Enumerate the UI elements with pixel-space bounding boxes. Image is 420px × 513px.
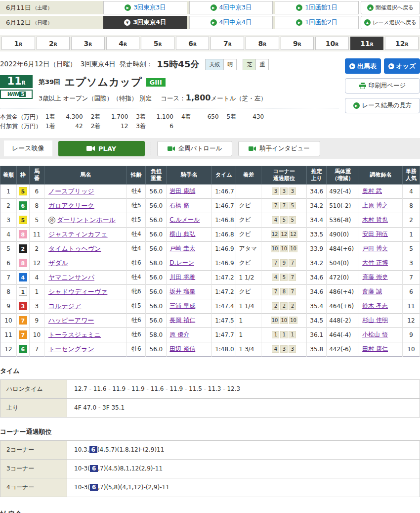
race-date-line: 2022年6月12日（日曜） 3回東京4日 発走時刻： 15時45分 天候 晴 … xyxy=(0,58,339,70)
trainer-name-link[interactable]: 安田 翔伍 xyxy=(362,231,388,237)
back-to-race-button[interactable]: ▲レース選択へ戻る xyxy=(361,16,420,29)
race-tab-11r[interactable]: 11R xyxy=(350,37,384,50)
margin: アタマ xyxy=(236,241,261,256)
horse-name-link[interactable]: ガロアクリーク xyxy=(48,202,94,209)
trainer-name-link[interactable]: 杉山 佳明 xyxy=(362,317,388,324)
jockey-name-link[interactable]: C.ルメール xyxy=(169,216,200,223)
race-tab-4r[interactable]: 4R xyxy=(106,37,140,50)
horse-name-link[interactable]: ダーリントンホール xyxy=(57,216,116,224)
day-meeting-link[interactable]: ▶3回東京3日 xyxy=(103,1,187,14)
finish-time: 1:46.7 xyxy=(212,184,236,198)
horse-name-link[interactable]: ハッピーアワー xyxy=(48,317,94,324)
race-header-main: 2022年6月12日（日曜） 3回東京4日 発走時刻： 15時45分 天候 晴 … xyxy=(0,58,339,131)
corner-order-row: 4コーナー10-3(6,7)(5,8)(4,1,12)-(2,9)-11 xyxy=(0,478,420,497)
horse-name-link[interactable]: トーラスジェミニ xyxy=(48,331,101,338)
race-tab-6r[interactable]: 6R xyxy=(176,37,210,50)
horse-name-link[interactable]: トーセングラン xyxy=(48,345,94,353)
race-tab-5r[interactable]: 5R xyxy=(141,37,174,50)
trainer-name-link[interactable]: 上原 博之 xyxy=(362,202,388,209)
jockey-name-link[interactable]: 川田 将雅 xyxy=(169,274,195,280)
jockey-name-link[interactable]: 横山 典弘 xyxy=(169,231,195,237)
trainer-name-link[interactable]: 田村 康仁 xyxy=(362,345,388,352)
finish-time: 1:46.8 xyxy=(212,213,236,227)
body-weight: 472(0) xyxy=(327,270,359,284)
horse-name-link[interactable]: ザダル xyxy=(48,259,68,267)
trainer-name-link[interactable]: 鈴木 孝志 xyxy=(362,302,388,309)
day-meeting-link[interactable]: ▶1回函館2日 xyxy=(275,16,359,29)
corner-positions: 101010 xyxy=(261,241,307,256)
race-number: 11 xyxy=(7,75,22,87)
race-tab-12r[interactable]: 12R xyxy=(385,37,419,50)
horse-name-link[interactable]: コルテジア xyxy=(48,302,82,310)
jockey-name-link[interactable]: 戸崎 圭太 xyxy=(169,245,195,252)
horse-number: 1 xyxy=(29,284,44,299)
patrol-video-button[interactable]: 全周パトロール xyxy=(157,141,233,156)
win-popularity: 12 xyxy=(402,313,420,327)
corner-positions: 121212 xyxy=(261,227,307,241)
corner-position-value: 4 xyxy=(272,274,279,281)
day-meeting-link[interactable]: ▶4回中京3日 xyxy=(189,1,273,14)
race-tab-1r[interactable]: 1R xyxy=(1,37,35,50)
print-page-button[interactable]: 印刷用ページ xyxy=(345,78,420,93)
horse-name-link[interactable]: タイムトゥヘヴン xyxy=(48,245,101,252)
margin: クビ xyxy=(236,227,261,241)
jockey-cell: 三浦 皇成 xyxy=(167,299,212,313)
frame-number-badge: 4 xyxy=(19,273,27,281)
race-tab-10r[interactable]: 10R xyxy=(315,37,349,50)
last-3f: 34.6 xyxy=(307,270,327,284)
jockey-name-link[interactable]: 長岡 禎仁 xyxy=(169,317,195,324)
trainer-name-link[interactable]: 小桧山 悟 xyxy=(362,331,388,338)
trainer-name-link[interactable]: 戸田 博文 xyxy=(362,245,388,252)
race-tab-3r[interactable]: 3R xyxy=(71,37,105,50)
race-tab-9r[interactable]: 9R xyxy=(281,37,314,50)
race-tab-7r[interactable]: 7R xyxy=(210,37,244,50)
back-to-meeting-button[interactable]: ▲開催選択へ戻る xyxy=(361,1,420,14)
last-3f: 34.4 xyxy=(307,213,327,227)
result-guide-button[interactable]: ▶ レース結果の見方 xyxy=(345,98,420,113)
win-popularity: 6 xyxy=(402,284,420,299)
trainer-cell: 木村 哲也 xyxy=(359,213,403,227)
horse-name-link[interactable]: ヤマニンサンパ xyxy=(48,274,94,281)
body-weight: 504(0) xyxy=(327,256,359,270)
finish-position: 10 xyxy=(0,313,17,327)
jockey-name-link[interactable]: 原 優介 xyxy=(169,331,189,338)
jockey-name-link[interactable]: D.レーン xyxy=(169,259,194,266)
trainer-name-link[interactable]: 斎藤 誠 xyxy=(362,288,382,295)
day-meeting-link[interactable]: ▼3回東京4日 xyxy=(103,16,187,29)
trainer-name-link[interactable]: 大竹 正博 xyxy=(362,259,388,266)
jockey-name-link[interactable]: 石橋 脩 xyxy=(169,202,189,209)
race-tab-2r[interactable]: 2R xyxy=(37,37,70,50)
prize-place: 4着 xyxy=(181,112,191,122)
lap-time-row: 上り4F 47.0 - 3F 35.1 xyxy=(0,398,420,417)
day-meeting-link[interactable]: ▶1回函館1日 xyxy=(275,1,359,14)
trainer-name-link[interactable]: 木村 哲也 xyxy=(362,216,388,223)
odds-button[interactable]: ▶オッズ xyxy=(384,58,420,74)
corner-position-value: 4 xyxy=(272,345,279,353)
entry-table-button[interactable]: ▶出馬表 xyxy=(345,58,381,74)
corner-position-value: 7 xyxy=(289,259,296,267)
horse-name-link[interactable]: ノースブリッジ xyxy=(48,187,94,195)
day-meeting-link[interactable]: ▶4回中京4日 xyxy=(189,16,273,29)
play-button[interactable]: PLAY xyxy=(58,141,145,156)
prize-place: 2着 xyxy=(91,112,101,122)
jockey-interview-button[interactable]: 騎手インタビュー xyxy=(238,141,320,156)
frame-number-badge: 3 xyxy=(19,302,27,310)
jockey-name-link[interactable]: 岩田 康誠 xyxy=(169,187,195,194)
turf-value: 重 xyxy=(255,59,268,70)
finish-time: 1:47.4 xyxy=(212,299,236,313)
jockey-name-link[interactable]: 田辺 裕信 xyxy=(169,345,195,352)
win-popularity: 11 xyxy=(402,299,420,313)
horse-name-link[interactable]: ジャスティンカフェ xyxy=(48,231,108,238)
trainer-name-link[interactable]: 斉藤 崇史 xyxy=(362,274,388,280)
jockey-name-link[interactable]: 坂井 瑠星 xyxy=(169,288,195,295)
jockey-name-link[interactable]: 三浦 皇成 xyxy=(169,302,195,309)
trainer-name-link[interactable]: 奥村 武 xyxy=(362,187,382,194)
jockey-cell: 岩田 康誠 xyxy=(167,184,212,198)
race-tab-8r[interactable]: 8R xyxy=(246,37,279,50)
horse-name-link[interactable]: シャドウディーヴァ xyxy=(48,288,107,295)
corner-position-value: 7 xyxy=(272,288,279,295)
results-table: 着順枠馬 番馬名性齢負担 重量騎手名タイム着差コーナー 通過順位推定 上り馬体重… xyxy=(0,166,420,357)
corner-position-value: 5 xyxy=(280,274,288,281)
results-column-header: 着順 xyxy=(0,166,17,185)
table-row: 4811ジャスティンカフェ牡456.0横山 典弘1:46.8クビ12121233… xyxy=(0,227,420,241)
